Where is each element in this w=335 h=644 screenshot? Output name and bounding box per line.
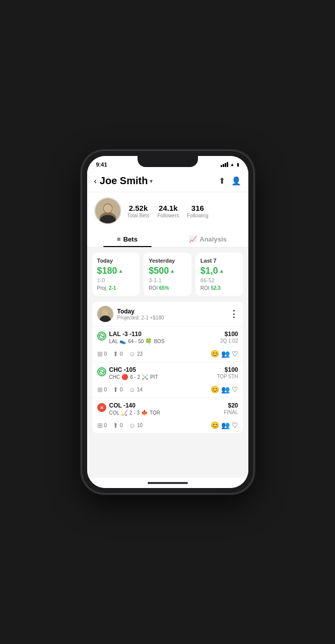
emoji-icon-3: ☺ bbox=[129, 422, 136, 429]
share-button-1[interactable]: ⬆ 0 bbox=[113, 350, 123, 358]
share-button-2[interactable]: ⬆ 0 bbox=[113, 386, 123, 393]
phone-frame: 9:41 ▲ ▮ ‹ Joe Smith ▾ bbox=[82, 151, 253, 493]
group-info: Today Projected: 2-1 +$180 bbox=[117, 308, 225, 320]
bet-actions-3: ⊞ 0 ⬆ 0 ☺ 10 bbox=[97, 419, 238, 429]
tab-bets[interactable]: ≡ Bets bbox=[87, 230, 168, 247]
up-arrow-icon-2: ▲ bbox=[170, 268, 175, 274]
card-yesterday-amount: $500 ▲ bbox=[149, 266, 186, 276]
bet-matchup-1: LAL 👟 64 - 50 🍀 BOS bbox=[109, 338, 165, 345]
analysis-icon: 📈 bbox=[189, 235, 197, 243]
right-action-icons-1: 😊 👥 ♡ bbox=[211, 350, 238, 358]
emoji-icon-2: ☺ bbox=[129, 386, 136, 393]
wifi-icon: ▲ bbox=[230, 162, 235, 167]
card-today-proj: Proj. 2-1 bbox=[97, 285, 135, 291]
group-menu-button[interactable]: ⋮ bbox=[229, 308, 238, 319]
bet-details-3: COL -140 COL 🏒 2 - 3 🍁 TOR bbox=[109, 402, 161, 416]
card-today-title: Today bbox=[97, 258, 135, 264]
bet-title-1: LAL -3 -110 bbox=[109, 331, 165, 338]
phone-screen: 9:41 ▲ ▮ ‹ Joe Smith ▾ bbox=[87, 156, 248, 488]
bet-status-text-2: TOP 5TH bbox=[217, 374, 238, 379]
emoji-button-2[interactable]: ☺ 14 bbox=[129, 386, 143, 393]
tab-analysis[interactable]: 📈 Analysis bbox=[168, 230, 248, 247]
status-time: 9:41 bbox=[96, 162, 107, 168]
heart-icon-2[interactable]: ♡ bbox=[232, 385, 238, 393]
team1-emoji-3: 🏒 bbox=[121, 410, 128, 416]
bet-status-lost-icon-3: ✕ bbox=[97, 403, 106, 412]
add-button-3[interactable]: ⊞ 0 bbox=[97, 422, 107, 429]
bet-status-text-1: 2Q 1:02 bbox=[220, 338, 238, 344]
up-arrow-icon: ▲ bbox=[118, 268, 123, 274]
header-right: ⬆ 👤 bbox=[219, 176, 241, 186]
share-icon-1: ⬆ bbox=[113, 350, 118, 358]
bet-left-3: ✕ COL -140 COL 🏒 2 - 3 🍁 TOR bbox=[97, 402, 161, 416]
main-content: ‹ Joe Smith ▾ ⬆ 👤 bbox=[87, 171, 248, 478]
heart-icon-1[interactable]: ♡ bbox=[232, 350, 238, 358]
bet-right-3: $20 FINAL bbox=[224, 402, 238, 415]
bet-details-1: LAL -3 -110 LAL 👟 64 - 50 🍀 BOS bbox=[109, 331, 165, 345]
group-sub: Projected: 2-1 +$180 bbox=[117, 315, 225, 320]
up-arrow-icon-3: ▲ bbox=[219, 268, 224, 274]
team1-emoji-2: 🔴 bbox=[121, 374, 128, 380]
team1-emoji-1: 👟 bbox=[119, 338, 126, 345]
card-last7-title: Last 7 bbox=[200, 258, 238, 264]
bet-amount-1: $100 bbox=[220, 331, 238, 338]
add-button-1[interactable]: ⊞ 0 bbox=[97, 350, 107, 358]
group-avatar bbox=[97, 306, 113, 322]
back-button[interactable]: ‹ bbox=[94, 177, 97, 186]
bet-actions-left-3: ⊞ 0 ⬆ 0 ☺ 10 bbox=[97, 422, 143, 429]
card-yesterday-roi: ROI 65% bbox=[149, 285, 186, 291]
face-icon-2[interactable]: 😊 bbox=[211, 385, 219, 393]
face-icon-3[interactable]: 😊 bbox=[211, 421, 219, 429]
card-today: Today $180 ▲ 1-0 Proj. 2-1 bbox=[92, 253, 140, 296]
team2-emoji-1: 🍀 bbox=[145, 338, 152, 345]
card-yesterday-title: Yesterday bbox=[149, 258, 186, 264]
share-icon[interactable]: ⬆ bbox=[219, 176, 225, 186]
user-add-icon[interactable]: 👤 bbox=[231, 176, 241, 186]
bet-item-chc: CHC -105 CHC 🔴 6 - 2 ⚔️ PIT bbox=[92, 362, 243, 397]
profile-section: 2.52k Total Bets 24.1k Followers 316 Fol… bbox=[87, 192, 248, 230]
bet-item-lal: LAL -3 -110 LAL 👟 64 - 50 🍀 BOS bbox=[92, 327, 243, 362]
home-indicator bbox=[148, 482, 188, 484]
bet-group: Today Projected: 2-1 +$180 ⋮ bbox=[87, 299, 248, 433]
avatar bbox=[94, 197, 121, 224]
svg-point-3 bbox=[103, 204, 112, 213]
emoji-button-3[interactable]: ☺ 10 bbox=[129, 422, 143, 429]
following-label: Following bbox=[187, 213, 208, 218]
bet-top-row-3: ✕ COL -140 COL 🏒 2 - 3 🍁 TOR bbox=[97, 402, 238, 416]
chevron-down-icon[interactable]: ▾ bbox=[150, 178, 153, 185]
heart-icon-3[interactable]: ♡ bbox=[232, 421, 238, 429]
bets-icon: ≡ bbox=[117, 235, 121, 243]
bet-title-2: CHC -105 bbox=[109, 366, 158, 373]
card-today-amount: $180 ▲ bbox=[97, 266, 135, 276]
people-icon-2[interactable]: 👥 bbox=[221, 385, 230, 393]
team2-emoji-2: ⚔️ bbox=[142, 374, 149, 380]
battery-icon: ▮ bbox=[237, 162, 239, 167]
stat-followers: 24.1k Followers bbox=[157, 204, 179, 218]
face-icon-1[interactable]: 😊 bbox=[211, 350, 219, 358]
people-icon-3[interactable]: 👥 bbox=[221, 421, 230, 429]
share-icon-3: ⬆ bbox=[113, 422, 118, 429]
signal-icon bbox=[221, 162, 228, 167]
svg-point-6 bbox=[102, 309, 108, 316]
share-button-3[interactable]: ⬆ 0 bbox=[113, 422, 123, 429]
plus-icon-1: ⊞ bbox=[97, 350, 103, 358]
bet-amount-2: $100 bbox=[217, 366, 238, 373]
followers-value: 24.1k bbox=[159, 204, 178, 212]
emoji-icon-1: ☺ bbox=[129, 350, 136, 358]
stat-following: 316 Following bbox=[187, 204, 208, 218]
add-button-2[interactable]: ⊞ 0 bbox=[97, 386, 107, 393]
bet-actions-left-2: ⊞ 0 ⬆ 0 ☺ 14 bbox=[97, 386, 143, 393]
total-bets-value: 2.52k bbox=[129, 204, 148, 212]
bet-details-2: CHC -105 CHC 🔴 6 - 2 ⚔️ PIT bbox=[109, 366, 158, 380]
bet-matchup-3: COL 🏒 2 - 3 🍁 TOR bbox=[109, 410, 161, 416]
bet-left-1: LAL -3 -110 LAL 👟 64 - 50 🍀 BOS bbox=[97, 331, 165, 345]
emoji-button-1[interactable]: ☺ 23 bbox=[129, 350, 143, 358]
bet-right-1: $100 2Q 1:02 bbox=[220, 331, 238, 344]
bet-matchup-2: CHC 🔴 6 - 2 ⚔️ PIT bbox=[109, 374, 158, 380]
bet-actions-left-1: ⊞ 0 ⬆ 0 ☺ 23 bbox=[97, 350, 143, 358]
group-name: Today bbox=[117, 308, 225, 315]
right-action-icons-3: 😊 👥 ♡ bbox=[211, 421, 238, 429]
total-bets-label: Total Bets bbox=[127, 213, 150, 218]
people-icon-1[interactable]: 👥 bbox=[221, 350, 230, 358]
share-icon-2: ⬆ bbox=[113, 386, 118, 393]
